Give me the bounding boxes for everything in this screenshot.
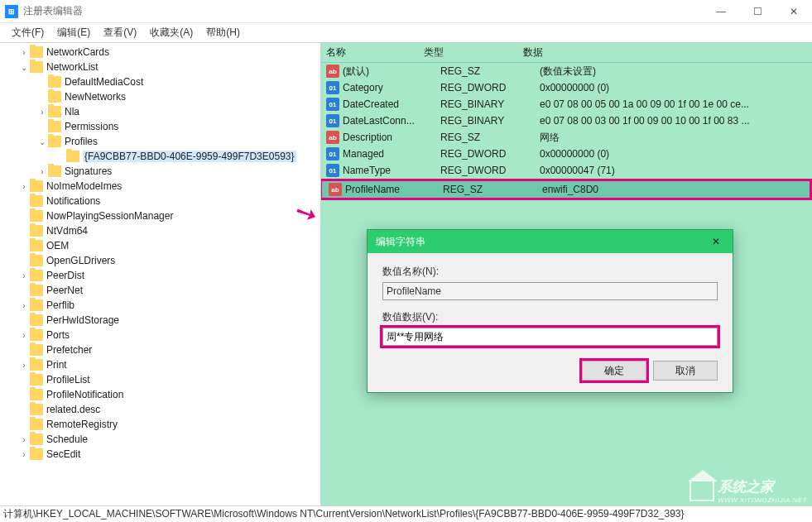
tree-label: {FA9CBB77-BBD0-406E-9959-499F7D3E0593} xyxy=(83,151,296,162)
tree-node[interactable]: ›Nla xyxy=(0,104,320,119)
tree-label: Ports xyxy=(46,329,70,341)
tree-node[interactable]: ›Notifications xyxy=(0,194,320,208)
value-type: REG_BINARY xyxy=(440,98,540,110)
chevron-right-icon[interactable]: › xyxy=(18,299,30,311)
tree-node[interactable]: ⌄Profiles xyxy=(0,134,320,149)
folder-icon xyxy=(48,121,61,132)
menu-favorites[interactable]: 收藏夹(A) xyxy=(143,23,199,42)
value-data-field[interactable] xyxy=(382,328,718,346)
tree-node[interactable]: ›OpenGLDrivers xyxy=(0,253,320,268)
chevron-right-icon[interactable]: › xyxy=(18,359,30,371)
folder-icon xyxy=(30,329,43,341)
tree-node[interactable]: ›NowPlayingSessionManager xyxy=(0,208,320,223)
menubar: 文件(F) 编辑(E) 查看(V) 收藏夹(A) 帮助(H) xyxy=(0,23,812,43)
tree-node[interactable]: ›related.desc xyxy=(0,402,320,417)
tree-node[interactable]: ›SecEdit xyxy=(0,447,320,462)
chevron-right-icon[interactable]: › xyxy=(36,106,48,117)
value-type: REG_SZ xyxy=(443,184,542,195)
tree-node[interactable]: ›PerHwIdStorage xyxy=(0,313,320,328)
value-row[interactable]: abDescriptionREG_SZ网络 xyxy=(321,129,812,146)
value-name: Description xyxy=(343,132,440,143)
tree-label: ProfileList xyxy=(46,374,90,386)
menu-view[interactable]: 查看(V) xyxy=(97,23,143,42)
value-name: Category xyxy=(343,82,440,93)
value-data: enwifi_C8D0 xyxy=(542,184,810,195)
dialog-titlebar[interactable]: 编辑字符串 ✕ xyxy=(368,230,733,253)
tree-node[interactable]: ›NewNetworks xyxy=(0,89,320,104)
column-data[interactable]: 数据 xyxy=(523,45,812,60)
value-name-label: 数值名称(N): xyxy=(382,265,718,279)
value-name: Managed xyxy=(343,148,440,160)
ok-button[interactable]: 确定 xyxy=(582,361,646,381)
tree-node[interactable]: ›Prefetcher xyxy=(0,342,320,357)
chevron-right-icon[interactable]: › xyxy=(36,165,48,177)
folder-icon xyxy=(30,46,43,58)
value-row[interactable]: 01DateCreatedREG_BINARYe0 07 08 00 05 00… xyxy=(321,96,812,113)
folder-icon xyxy=(30,255,43,266)
maximize-button[interactable]: ☐ xyxy=(739,0,776,23)
tree-node[interactable]: ›Perflib xyxy=(0,298,320,313)
value-row[interactable]: 01ManagedREG_DWORD0x00000000 (0) xyxy=(321,146,812,162)
chevron-right-icon[interactable]: › xyxy=(18,46,30,58)
tree-label: NetworkCards xyxy=(46,46,109,58)
folder-icon xyxy=(66,151,79,162)
value-row[interactable]: ab(默认)REG_SZ(数值未设置) xyxy=(321,63,812,79)
chevron-right-icon[interactable]: › xyxy=(18,433,30,445)
tree-node[interactable]: ›ProfileList xyxy=(0,372,320,387)
dialog-title-text: 编辑字符串 xyxy=(376,235,425,249)
tree-node[interactable]: ›PeerDist xyxy=(0,268,320,283)
dialog-close-button[interactable]: ✕ xyxy=(699,230,733,253)
menu-help[interactable]: 帮助(H) xyxy=(199,23,247,42)
tree-node[interactable]: ›NetworkCards xyxy=(0,45,320,60)
value-name: DateCreated xyxy=(343,98,440,110)
tree-node[interactable]: ⌄NetworkList xyxy=(0,60,320,74)
value-name: NameType xyxy=(343,165,440,176)
folder-icon xyxy=(48,106,61,117)
value-row[interactable]: 01DateLastConn...REG_BINARYe0 07 08 00 0… xyxy=(321,113,812,129)
tree-node[interactable]: ›PeerNet xyxy=(0,283,320,298)
reg-binary-icon: 01 xyxy=(326,164,339,177)
chevron-down-icon[interactable]: ⌄ xyxy=(18,61,30,73)
close-button[interactable]: ✕ xyxy=(776,0,812,23)
tree-node[interactable]: ›Print xyxy=(0,357,320,372)
tree-node[interactable]: ›NoImeModeImes xyxy=(0,179,320,194)
value-data-label: 数值数据(V): xyxy=(382,310,718,324)
value-row[interactable]: 01NameTypeREG_DWORD0x00000047 (71) xyxy=(321,162,812,179)
value-row[interactable]: abProfileNameREG_SZenwifi_C8D0 xyxy=(321,179,812,200)
tree-node[interactable]: ›DefaultMediaCost xyxy=(0,74,320,89)
value-row[interactable]: 01CategoryREG_DWORD0x00000000 (0) xyxy=(321,79,812,96)
tree-label: PeerDist xyxy=(46,270,84,281)
tree-panel[interactable]: ›NetworkCards⌄NetworkList›DefaultMediaCo… xyxy=(0,43,321,505)
chevron-down-icon[interactable]: ⌄ xyxy=(36,136,48,147)
tree-node[interactable]: ›ProfileNotification xyxy=(0,387,320,402)
tree-node[interactable]: ›OEM xyxy=(0,238,320,253)
titlebar: ⊞ 注册表编辑器 — ☐ ✕ xyxy=(0,0,812,23)
column-type[interactable]: 类型 xyxy=(424,45,523,60)
menu-edit[interactable]: 编辑(E) xyxy=(50,23,97,42)
chevron-right-icon[interactable]: › xyxy=(18,329,30,341)
folder-icon xyxy=(30,344,43,356)
tree-label: NowPlayingSessionManager xyxy=(46,210,173,222)
tree-node[interactable]: ›NtVdm64 xyxy=(0,223,320,238)
tree-label: Permissions xyxy=(65,121,118,132)
value-name-field[interactable] xyxy=(382,282,718,300)
chevron-right-icon[interactable]: › xyxy=(18,448,30,460)
chevron-right-icon[interactable]: › xyxy=(18,270,30,281)
tree-node[interactable]: ›Schedule xyxy=(0,432,320,447)
chevron-right-icon[interactable]: › xyxy=(18,180,30,192)
reg-binary-icon: 01 xyxy=(326,114,339,127)
tree-node[interactable]: ›{FA9CBB77-BBD0-406E-9959-499F7D3E0593} xyxy=(0,149,320,164)
column-name[interactable]: 名称 xyxy=(326,45,424,60)
tree-node[interactable]: ›Signatures xyxy=(0,164,320,179)
cancel-button[interactable]: 取消 xyxy=(653,361,718,381)
tree-node[interactable]: ›Permissions xyxy=(0,119,320,134)
tree-label: Profiles xyxy=(65,136,98,147)
tree-label: Perflib xyxy=(46,299,74,311)
tree-node[interactable]: ›RemoteRegistry xyxy=(0,417,320,432)
tree-label: NoImeModeImes xyxy=(46,180,122,192)
tree-node[interactable]: ›Ports xyxy=(0,328,320,342)
reg-sz-icon: ab xyxy=(326,131,339,144)
tree-label: NetworkList xyxy=(46,61,98,73)
menu-file[interactable]: 文件(F) xyxy=(5,23,50,42)
minimize-button[interactable]: — xyxy=(703,0,739,23)
